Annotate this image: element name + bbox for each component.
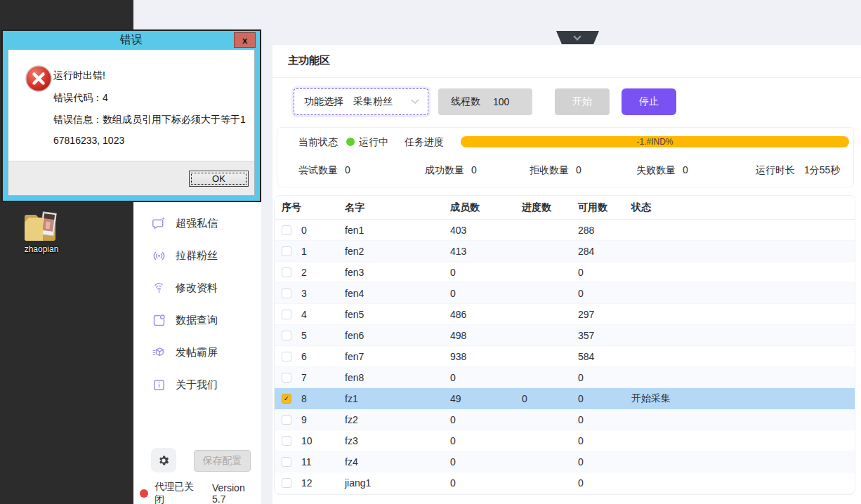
table-header: 序号 名字 成员数 进度数 可用数 状态: [275, 196, 855, 220]
cell-available: 0: [578, 435, 631, 446]
cell-name: fen1: [345, 225, 450, 236]
sidebar-item-post-flood[interactable]: 发帖霸屏: [133, 336, 261, 369]
cell-name: fz1: [345, 393, 450, 404]
stop-button[interactable]: 停止: [622, 88, 676, 115]
row-checkbox[interactable]: [282, 394, 291, 404]
stat-label: 成功数量: [425, 161, 464, 178]
row-checkbox[interactable]: [282, 331, 291, 340]
row-checkbox[interactable]: [282, 373, 291, 383]
table-row[interactable]: 5 fen6 498 357: [275, 325, 855, 346]
ok-button[interactable]: OK: [189, 171, 249, 187]
col-seq: 序号: [282, 201, 345, 214]
table-row[interactable]: 11 fz4 0 0: [275, 451, 855, 472]
cell-seq: 10: [301, 435, 345, 446]
save-config-button[interactable]: 保存配置: [194, 450, 251, 472]
info-icon: [151, 377, 166, 392]
proxy-status: 代理已关闭: [155, 481, 204, 504]
stats-row: 尝试数量 0 成功数量 0 拒收数量 0 失败数量 0 运行时长 1分55秒: [277, 161, 853, 178]
function-select-value: 采集粉丝: [353, 95, 393, 108]
sidebar-item-about-us[interactable]: 关于我们: [133, 369, 261, 401]
current-state-label: 当前状态: [298, 133, 338, 150]
row-checkbox[interactable]: [282, 246, 291, 256]
settings-button[interactable]: [151, 448, 176, 472]
cell-name: fen4: [345, 288, 450, 299]
cell-seq: 6: [301, 351, 345, 362]
cell-name: fz4: [345, 456, 450, 467]
cell-seq: 12: [301, 477, 345, 489]
sidebar-item-private-message[interactable]: 超强私信: [133, 207, 261, 239]
cell-members: 0: [450, 414, 522, 425]
table-row[interactable]: 3 fen4 0 0: [275, 283, 855, 304]
cell-members: 0: [450, 435, 522, 446]
task-progress-label: 任务进度: [405, 133, 444, 150]
cell-seq: 11: [301, 456, 345, 467]
row-checkbox[interactable]: [282, 225, 291, 235]
table-row[interactable]: 4 fen5 486 297: [275, 304, 855, 325]
sidebar-item-data-query[interactable]: 数据查询: [133, 304, 261, 336]
cell-available: 0: [578, 267, 631, 278]
cell-available: 0: [578, 372, 631, 383]
row-checkbox[interactable]: [282, 267, 291, 277]
sidebar-menu: 超强私信 拉群粉丝: [133, 207, 261, 401]
table-row[interactable]: 12 jiang1 0 0: [275, 472, 855, 493]
cell-members: 403: [450, 225, 522, 236]
dialog-message-line: 错误代码：4: [53, 92, 108, 105]
cell-available: 0: [578, 414, 631, 425]
row-checkbox[interactable]: [282, 436, 291, 446]
table-row[interactable]: 9 fz2 0 0: [275, 409, 855, 430]
stat-label: 运行时长: [756, 161, 795, 178]
progress-bar: -1.#IND%: [461, 136, 849, 147]
sidebar-item-group-fans[interactable]: 拉群粉丝: [133, 239, 261, 272]
cell-name: fen2: [345, 246, 450, 257]
sidebar-item-label: 超强私信: [176, 217, 218, 230]
status-row: 当前状态 运行中 任务进度 -1.#IND%: [277, 133, 853, 150]
row-checkbox[interactable]: [282, 415, 291, 425]
table-row[interactable]: 0 fen1 403 288: [275, 220, 855, 241]
cell-progress: 0: [522, 393, 578, 404]
table-row[interactable]: 6 fen7 938 584: [275, 346, 855, 367]
close-icon[interactable]: x: [234, 32, 256, 48]
desktop-icon-zhaopian[interactable]: zhaopian: [14, 211, 69, 254]
cell-seq: 8: [301, 393, 345, 404]
thread-count-input[interactable]: 线程数 100: [438, 88, 532, 115]
table-row[interactable]: 10 fz3 0 0: [275, 430, 855, 451]
proxy-off-dot-icon: [140, 489, 148, 498]
row-checkbox[interactable]: [282, 352, 291, 362]
cell-members: 486: [450, 309, 522, 320]
cell-members: 938: [450, 351, 522, 362]
row-checkbox[interactable]: [282, 478, 291, 488]
stat-value: 1分55秒: [804, 161, 840, 178]
start-button[interactable]: 开始: [555, 88, 610, 115]
broadcast-icon: [151, 248, 166, 263]
gear-icon: [157, 454, 170, 467]
cell-seq: 5: [301, 330, 345, 341]
cell-name: fen5: [345, 309, 450, 320]
cell-name: fz3: [345, 435, 450, 446]
table-row[interactable]: 8 fz1 49 0 0 开始采集: [275, 388, 855, 409]
cell-available: 0: [578, 456, 631, 467]
function-select[interactable]: 功能选择 采集粉丝: [294, 88, 428, 115]
error-icon: [25, 65, 52, 92]
cell-name: jiang1: [345, 477, 450, 489]
table-row[interactable]: 7 fen8 0 0: [275, 367, 855, 388]
panel-title: 主功能区: [288, 54, 330, 67]
col-available: 可用数: [578, 201, 631, 214]
collapse-handle[interactable]: [556, 31, 599, 44]
cell-seq: 1: [301, 246, 345, 257]
cell-name: fen6: [345, 330, 450, 341]
stat-value: 0: [576, 161, 581, 178]
row-checkbox[interactable]: [282, 310, 291, 319]
dialog-title: 错误: [120, 33, 143, 48]
error-dialog: 错误 x 运行时出错! 错误代码：4 错误信息：数组成员引用下标必须大于等于1 …: [1, 29, 261, 202]
row-checkbox[interactable]: [282, 457, 291, 467]
table-row[interactable]: 2 fen3 0 0: [275, 262, 855, 283]
divider: [272, 77, 861, 78]
dialog-content: 运行时出错! 错误代码：4 错误信息：数组成员引用下标必须大于等于1 67816…: [8, 49, 255, 196]
sidebar-item-label: 数据查询: [176, 314, 218, 327]
table-row[interactable]: 1 fen2 413 284: [275, 241, 855, 262]
progress-text: -1.#IND%: [636, 137, 673, 147]
cell-members: 0: [450, 477, 522, 489]
sidebar-item-edit-profile[interactable]: 修改资料: [133, 272, 261, 304]
row-checkbox[interactable]: [282, 289, 291, 298]
cell-members: 0: [450, 372, 522, 383]
